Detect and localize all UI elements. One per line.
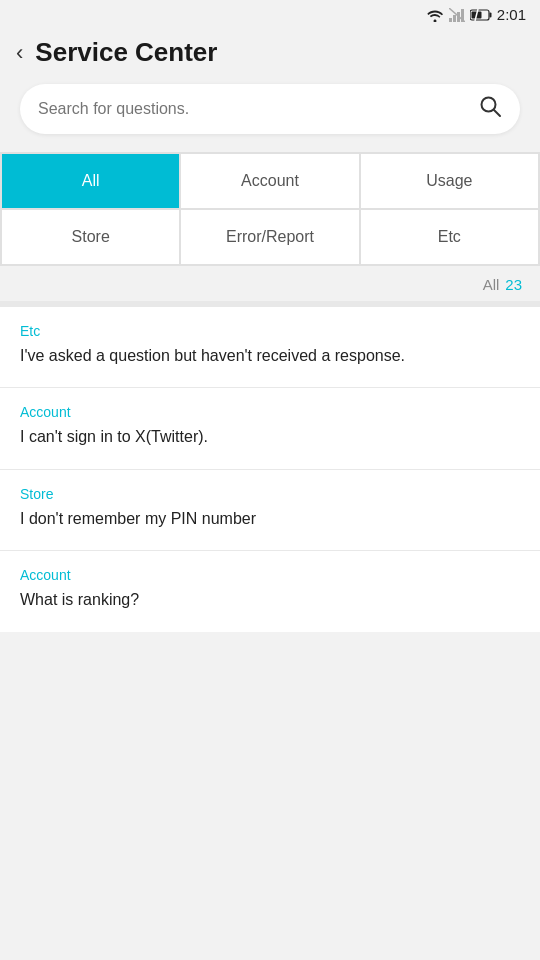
svg-rect-6 [489,12,491,17]
battery-icon [470,9,492,21]
status-icons: 2:01 [426,6,526,23]
svg-rect-1 [453,15,456,22]
faq-item-3[interactable]: Account What is ranking? [0,551,540,631]
faq-item-1[interactable]: Account I can't sign in to X(Twitter). [0,388,540,469]
page-title: Service Center [35,37,217,68]
svg-line-10 [494,110,500,116]
faq-question-0: I've asked a question but haven't receiv… [20,345,520,367]
category-error[interactable]: Error/Report [180,209,359,265]
count-row: All 23 [0,266,540,301]
faq-item-0[interactable]: Etc I've asked a question but haven't re… [0,307,540,388]
header: ‹ Service Center [0,27,540,84]
search-container [0,84,540,152]
count-label: All [483,276,500,293]
faq-category-2: Store [20,486,520,502]
signal-icon [449,8,465,22]
faq-category-3: Account [20,567,520,583]
count-number: 23 [505,276,522,293]
wifi-icon [426,8,444,22]
category-account[interactable]: Account [180,153,359,209]
faq-list: Etc I've asked a question but haven't re… [0,307,540,632]
status-time: 2:01 [497,6,526,23]
faq-category-0: Etc [20,323,520,339]
category-etc[interactable]: Etc [360,209,539,265]
category-usage[interactable]: Usage [360,153,539,209]
category-store[interactable]: Store [1,209,180,265]
category-all[interactable]: All [1,153,180,209]
faq-category-1: Account [20,404,520,420]
svg-rect-0 [449,18,452,22]
faq-question-1: I can't sign in to X(Twitter). [20,426,520,448]
faq-question-2: I don't remember my PIN number [20,508,520,530]
search-box [20,84,520,134]
status-bar: 2:01 [0,0,540,27]
search-icon[interactable] [478,94,502,124]
faq-item-2[interactable]: Store I don't remember my PIN number [0,470,540,551]
search-input[interactable] [38,100,478,118]
category-grid: All Account Usage Store Error/Report Etc [0,152,540,266]
back-button[interactable]: ‹ [16,40,23,66]
faq-question-3: What is ranking? [20,589,520,611]
